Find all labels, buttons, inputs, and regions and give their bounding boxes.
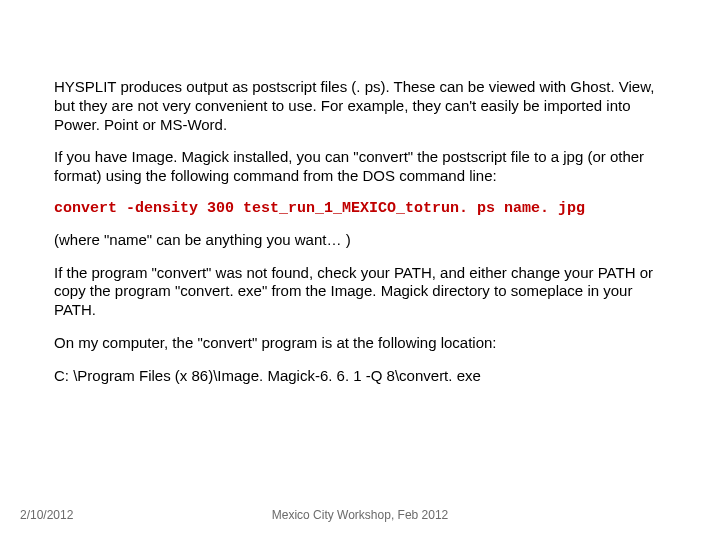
slide-body: HYSPLIT produces output as postscript fi… [54,78,666,399]
paragraph-location-intro: On my computer, the "convert" program is… [54,334,666,353]
footer-title: Mexico City Workshop, Feb 2012 [0,508,720,522]
paragraph-intro: HYSPLIT produces output as postscript fi… [54,78,666,134]
paragraph-name-note: (where "name" can be anything you want… … [54,231,666,250]
slide: HYSPLIT produces output as postscript fi… [0,0,720,540]
command-line: convert -density 300 test_run_1_MEXICO_t… [54,200,666,217]
paragraph-path-help: If the program "convert" was not found, … [54,264,666,320]
paragraph-convert-intro: If you have Image. Magick installed, you… [54,148,666,186]
paragraph-location-path: C: \Program Files (x 86)\Image. Magick-6… [54,367,666,386]
